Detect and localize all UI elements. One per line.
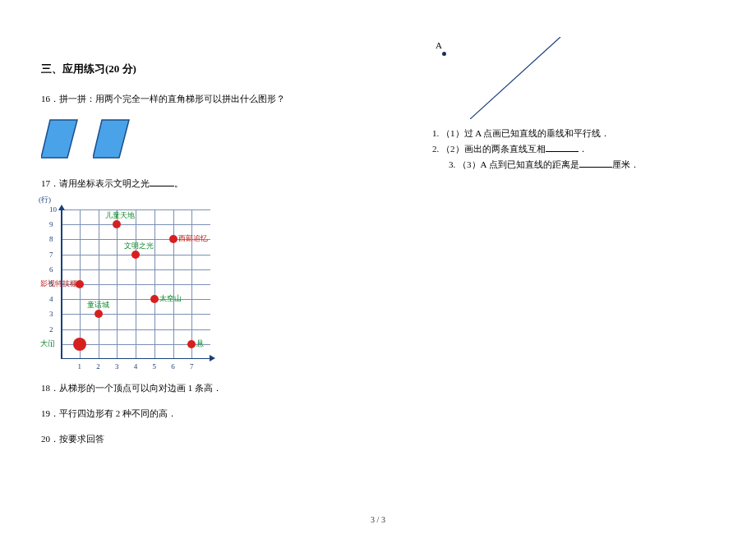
y-tick: 8 <box>49 235 53 243</box>
x-tick: 4 <box>134 362 138 371</box>
q17-text-b: 。 <box>174 178 183 188</box>
q19-num: 19． <box>41 408 59 418</box>
x-tick: 3 <box>115 362 119 371</box>
q20-sub3-text-a: （3）A 点到已知直线的距离是 <box>458 159 579 169</box>
y-tick: 1 <box>49 340 53 348</box>
q20-sub2-num: 2. <box>432 144 439 154</box>
x-tick: 2 <box>96 362 100 371</box>
q20-sub2-text-a: （2）画出的两条直线互相 <box>441 144 546 154</box>
point-a-dot <box>442 52 446 56</box>
coordinate-chart: (行) 1234567大门影视特技棚童话城儿童天地文明之光太空山西部追忆悬 12… <box>41 203 218 367</box>
question-17: 17．请用坐标表示文明之光。 <box>41 177 394 190</box>
q17-text-a: 请用坐标表示文明之光 <box>59 178 150 188</box>
y-tick: 6 <box>49 265 53 274</box>
section-title: 三、应用练习(20 分) <box>41 62 394 76</box>
q20-sub3-num: 3. <box>449 159 455 169</box>
data-point <box>169 235 177 243</box>
point-a-label: A <box>436 40 442 50</box>
trapezoid-right <box>93 118 130 159</box>
q20-subquestions: 1. （1）过 A 点画已知直线的垂线和平行线． 2. （2）画出的两条直线互相… <box>419 127 715 171</box>
point-label: 儿童天地 <box>105 211 135 221</box>
worksheet-page: 三、应用练习(20 分) 16．拼一拼：用两个完全一样的直角梯形可以拼出什么图形… <box>0 0 756 475</box>
grid-line-v <box>99 209 99 359</box>
data-point <box>94 310 103 318</box>
trapezoid-left <box>41 118 78 159</box>
y-tick: 9 <box>49 220 53 228</box>
point-label: 太空山 <box>159 294 182 304</box>
grid-line-v <box>173 209 174 359</box>
data-point <box>73 338 86 351</box>
q16-num: 16． <box>41 94 59 104</box>
point-label: 童话城 <box>87 301 109 311</box>
x-tick: 7 <box>190 362 194 371</box>
question-16: 16．拼一拼：用两个完全一样的直角梯形可以拼出什么图形？ <box>41 93 394 105</box>
svg-marker-0 <box>41 120 77 158</box>
question-19: 19．平行四边形有 2 种不同的高． <box>41 407 394 420</box>
q20-sub2-text-b: ． <box>579 144 588 154</box>
q19-text: 平行四边形有 2 种不同的高． <box>59 408 177 418</box>
q20-diagram: A <box>427 37 592 123</box>
x-axis <box>61 358 210 360</box>
q20-sub1-text: （1）过 A 点画已知直线的垂线和平行线． <box>441 128 610 138</box>
q20-num: 20． <box>41 434 59 444</box>
q16-text: 拼一拼：用两个完全一样的直角梯形可以拼出什么图形？ <box>59 94 285 104</box>
q20-sub1: 1. （1）过 A 点画已知直线的垂线和平行线． <box>419 127 715 140</box>
y-tick: 10 <box>49 205 57 214</box>
x-tick: 1 <box>78 362 82 371</box>
y-tick: 2 <box>49 325 53 334</box>
y-axis-label: (行) <box>39 195 51 205</box>
q20-sub3-blank[interactable] <box>579 159 612 168</box>
svg-line-2 <box>470 37 560 119</box>
svg-marker-1 <box>93 120 129 158</box>
q20-sub2-blank[interactable] <box>546 143 579 152</box>
page-number: 3 / 3 <box>371 515 385 524</box>
y-tick: 4 <box>49 295 53 303</box>
point-label: 影视特技棚 <box>40 279 77 289</box>
q16-shapes <box>41 118 394 159</box>
q18-num: 18． <box>41 383 59 393</box>
y-tick: 5 <box>49 280 53 288</box>
data-point <box>187 340 196 348</box>
q17-num: 17． <box>41 178 59 188</box>
right-column: A 1. （1）过 A 点画已知直线的垂线和平行线． 2. （2）画出的两条直线… <box>419 45 715 458</box>
q20-sub2: 2. （2）画出的两条直线互相． <box>419 143 715 155</box>
grid-line-v <box>136 209 136 359</box>
q20-text: 按要求回答 <box>59 434 104 444</box>
y-tick: 7 <box>49 251 53 259</box>
x-axis-arrow <box>210 355 215 361</box>
q20-sub1-num: 1. <box>432 128 439 138</box>
grid-line-v <box>191 209 192 359</box>
grid-line-v <box>117 209 118 359</box>
left-column: 三、应用练习(20 分) 16．拼一拼：用两个完全一样的直角梯形可以拼出什么图形… <box>41 45 394 458</box>
question-20: 20．按要求回答 <box>41 433 394 445</box>
chart-grid: 1234567大门影视特技棚童话城儿童天地文明之光太空山西部追忆悬 <box>61 209 210 359</box>
data-point <box>150 295 159 303</box>
point-label: 西部追忆 <box>178 234 208 244</box>
question-18: 18．从梯形的一个顶点可以向对边画 1 条高． <box>41 382 394 394</box>
diagonal-line <box>470 37 593 119</box>
y-axis-arrow <box>58 205 65 210</box>
y-tick: 3 <box>49 310 53 318</box>
q20-sub3: 3. （3）A 点到已知直线的距离是厘米． <box>419 159 715 171</box>
q17-blank[interactable] <box>150 177 174 186</box>
q18-text: 从梯形的一个顶点可以向对边画 1 条高． <box>59 383 222 393</box>
grid-line-v <box>154 209 155 359</box>
x-tick: 6 <box>171 362 175 371</box>
data-point <box>113 220 121 228</box>
point-label: 文明之光 <box>124 242 154 251</box>
q20-sub3-text-b: 厘米． <box>612 159 639 169</box>
x-tick: 5 <box>153 362 157 371</box>
point-label: 悬 <box>196 339 204 349</box>
data-point <box>131 251 140 259</box>
